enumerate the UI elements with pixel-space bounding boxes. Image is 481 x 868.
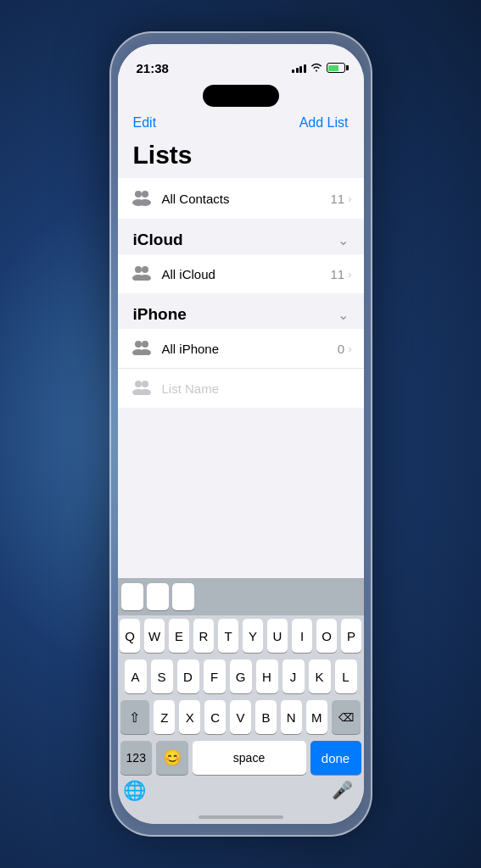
key-g[interactable]: G <box>230 659 252 693</box>
key-e[interactable]: E <box>169 619 189 653</box>
svg-point-9 <box>142 341 148 348</box>
key-z[interactable]: Z <box>154 700 175 734</box>
suggestion-bar <box>118 578 364 615</box>
group-icon <box>130 378 154 398</box>
list-item[interactable]: All iCloud 11 › <box>118 254 364 293</box>
icloud-section: All iCloud 11 › <box>118 254 364 293</box>
edit-button[interactable]: Edit <box>133 115 157 131</box>
list-item[interactable]: All Contacts 11 › <box>118 178 364 219</box>
emoji-key[interactable]: 😊 <box>156 741 188 775</box>
svg-point-13 <box>142 381 148 387</box>
signal-icon <box>292 63 306 73</box>
phone-screen: 21:38 <box>118 44 364 824</box>
svg-point-5 <box>142 266 148 273</box>
key-m[interactable]: M <box>306 700 327 734</box>
nav-bar: Edit Add List <box>118 112 364 137</box>
home-indicator <box>199 815 283 819</box>
key-r[interactable]: R <box>193 619 214 653</box>
key-i[interactable]: I <box>292 619 312 653</box>
key-a[interactable]: A <box>125 659 147 693</box>
key-n[interactable]: N <box>281 700 302 734</box>
mic-icon[interactable]: 🎤 <box>332 780 359 807</box>
icloud-header-title: iCloud <box>133 231 183 249</box>
list-item[interactable]: All iPhone 0 › <box>118 329 364 369</box>
icloud-chevron-icon[interactable]: ⌄ <box>338 232 349 248</box>
key-x[interactable]: X <box>179 700 200 734</box>
iphone-chevron-icon[interactable]: ⌄ <box>338 307 349 323</box>
keyboard-bottom-row: 123 😊 space done <box>120 741 361 775</box>
list-item-name: All iPhone <box>162 342 338 356</box>
key-p[interactable]: P <box>341 619 361 653</box>
keyboard-rows: Q W E R T Y U I O P A S D F G <box>118 615 364 776</box>
backspace-key[interactable]: ⌫ <box>332 700 361 734</box>
space-key[interactable]: space <box>193 741 306 775</box>
key-w[interactable]: W <box>144 619 165 653</box>
key-k[interactable]: K <box>309 659 331 693</box>
svg-point-3 <box>139 199 151 206</box>
key-j[interactable]: J <box>282 659 305 693</box>
list-item-count: 0 <box>338 342 344 356</box>
add-list-button[interactable]: Add List <box>299 115 349 131</box>
list-item-name: All Contacts <box>162 192 331 206</box>
suggestion-2[interactable] <box>147 583 169 610</box>
status-bar: 21:38 <box>118 44 364 81</box>
key-h[interactable]: H <box>256 659 278 693</box>
page-title: Lists <box>118 137 364 178</box>
svg-point-12 <box>135 381 142 387</box>
iphone-section-header: iPhone ⌄ <box>118 295 364 329</box>
suggestion-3[interactable] <box>172 583 194 610</box>
chevron-icon: › <box>348 192 351 205</box>
svg-point-4 <box>135 266 142 273</box>
key-d[interactable]: D <box>177 659 199 693</box>
phone-frame: 21:38 <box>109 31 372 837</box>
key-c[interactable]: C <box>204 700 226 734</box>
group-icon <box>130 187 154 209</box>
battery-icon <box>327 63 345 73</box>
svg-point-0 <box>135 191 142 198</box>
main-content: Lists All Contacts 11 › <box>118 137 364 578</box>
num-key[interactable]: 123 <box>120 741 153 775</box>
list-item-count: 11 <box>330 267 344 281</box>
chevron-icon: › <box>348 342 351 355</box>
iphone-section: All iPhone 0 › List Name <box>118 329 364 408</box>
key-y[interactable]: Y <box>243 619 263 653</box>
list-item-count: 11 <box>330 192 344 206</box>
shift-key[interactable]: ⇧ <box>120 700 150 734</box>
list-name-input[interactable]: List Name <box>162 381 352 396</box>
all-contacts-section: All Contacts 11 › <box>118 178 364 219</box>
key-b[interactable]: B <box>255 700 277 734</box>
key-t[interactable]: T <box>218 619 238 653</box>
svg-point-1 <box>142 191 148 198</box>
done-key[interactable]: done <box>310 741 361 775</box>
status-time: 21:38 <box>137 61 169 75</box>
icloud-section-header: iCloud ⌄ <box>118 220 364 254</box>
key-v[interactable]: V <box>230 700 251 734</box>
iphone-header-title: iPhone <box>133 305 187 324</box>
content-spacer <box>118 409 364 578</box>
key-q[interactable]: Q <box>120 619 140 653</box>
dynamic-island <box>203 85 279 107</box>
key-o[interactable]: O <box>316 619 337 653</box>
key-l[interactable]: L <box>335 659 357 693</box>
group-icon <box>130 338 154 359</box>
list-item-name: All iCloud <box>162 267 331 281</box>
key-s[interactable]: S <box>151 659 173 693</box>
keyboard: Q W E R T Y U I O P A S D F G <box>118 578 364 824</box>
globe-icon[interactable]: 🌐 <box>123 780 150 807</box>
bottom-bar: 🌐 🎤 <box>118 776 364 812</box>
status-icons <box>292 62 345 74</box>
group-icon <box>130 264 154 284</box>
chevron-icon: › <box>348 268 351 281</box>
keyboard-row-2: A S D F G H J K L <box>120 659 361 693</box>
keyboard-row-1: Q W E R T Y U I O P <box>120 619 361 653</box>
key-f[interactable]: F <box>204 659 226 693</box>
svg-point-8 <box>135 341 142 348</box>
list-name-item[interactable]: List Name <box>118 369 364 408</box>
key-u[interactable]: U <box>267 619 288 653</box>
suggestion-1[interactable] <box>121 583 143 610</box>
wifi-icon <box>310 62 322 74</box>
keyboard-row-3: ⇧ Z X C V B N M ⌫ <box>120 700 361 734</box>
